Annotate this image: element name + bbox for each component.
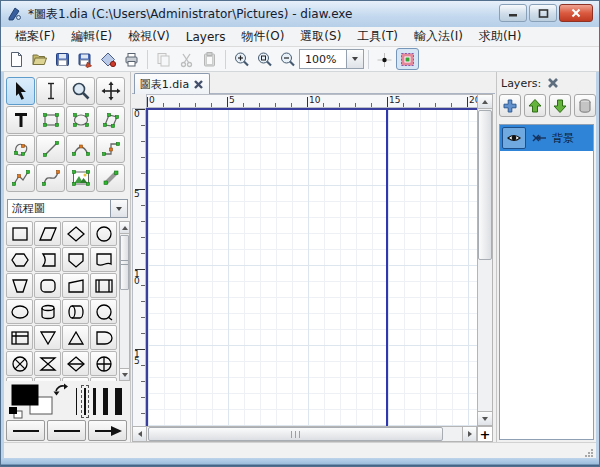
line-style-button[interactable] <box>47 420 86 441</box>
layer-visibility-toggle[interactable] <box>502 127 526 149</box>
tab-close-icon[interactable] <box>193 79 204 90</box>
layer-connectable-icon[interactable] <box>530 130 548 146</box>
tool-polygon[interactable] <box>96 106 125 134</box>
layer-row-background[interactable]: 背景 <box>500 125 593 151</box>
delete-layer-button[interactable] <box>574 94 596 117</box>
tool-ellipse[interactable] <box>66 106 95 134</box>
line-width-2-selected[interactable] <box>84 388 86 415</box>
save-as-button[interactable] <box>74 48 97 70</box>
menu-tools[interactable]: 工具(T) <box>349 26 406 47</box>
shape-clipped[interactable] <box>90 377 117 381</box>
shape-offline-storage[interactable] <box>90 299 117 324</box>
arrow-end-style-button[interactable] <box>88 420 127 441</box>
tab-diagram1[interactable]: 圖表1.dia <box>134 73 210 94</box>
save-button[interactable] <box>51 48 74 70</box>
shape-summing-junction[interactable] <box>6 351 33 376</box>
shape-preparation[interactable] <box>6 247 33 272</box>
pan-button[interactable]: + <box>477 426 493 442</box>
close-button[interactable] <box>559 4 593 22</box>
horizontal-scrollbar[interactable] <box>132 426 477 442</box>
shape-delay[interactable] <box>90 325 117 350</box>
shape-magnetic-drum[interactable] <box>34 299 61 324</box>
shape-merge[interactable] <box>34 325 61 350</box>
zoom-level-dropdown-button[interactable] <box>347 49 364 69</box>
snap-to-objects-toggle[interactable] <box>396 48 419 70</box>
shape-card[interactable] <box>34 247 61 272</box>
shape-sort[interactable] <box>62 351 89 376</box>
shape-manual-input[interactable] <box>62 273 89 298</box>
scroll-up-arrow[interactable] <box>120 222 129 234</box>
open-button[interactable] <box>28 48 51 70</box>
shape-clipped[interactable] <box>6 377 33 381</box>
export-button[interactable] <box>97 48 120 70</box>
menu-file[interactable]: 檔案(F) <box>7 26 63 47</box>
new-button[interactable] <box>5 48 28 70</box>
shape-parallelogram[interactable] <box>34 221 61 246</box>
zoom-out-button[interactable] <box>276 48 299 70</box>
menu-select[interactable]: 選取(S) <box>292 26 349 47</box>
maximize-button[interactable] <box>529 4 557 22</box>
menu-view[interactable]: 檢視(V) <box>120 26 178 47</box>
color-selector[interactable] <box>8 383 68 419</box>
tool-line[interactable] <box>36 135 65 163</box>
shape-predefined-process[interactable] <box>90 273 117 298</box>
tool-text-edit[interactable] <box>36 77 65 105</box>
sheet-selector-dropdown-button[interactable] <box>111 199 128 218</box>
zoom-fit-button[interactable] <box>253 48 276 70</box>
zoom-in-button[interactable] <box>230 48 253 70</box>
line-width-1[interactable] <box>76 388 77 415</box>
scroll-down-arrow[interactable] <box>478 411 492 425</box>
raise-layer-button[interactable] <box>524 94 546 117</box>
shape-display[interactable] <box>62 247 89 272</box>
tool-magnify[interactable] <box>66 77 95 105</box>
shape-box[interactable] <box>6 221 33 246</box>
menu-edit[interactable]: 編輯(E) <box>63 26 120 47</box>
snap-to-grid-toggle[interactable] <box>373 48 396 70</box>
shape-clipped[interactable] <box>62 377 89 381</box>
copy-button[interactable] <box>152 48 175 70</box>
line-width-5[interactable] <box>115 388 122 415</box>
shape-rounded-box[interactable] <box>34 273 61 298</box>
tool-polyline[interactable] <box>6 164 35 192</box>
shape-document[interactable] <box>90 247 117 272</box>
layers-close-icon[interactable] <box>547 77 559 89</box>
shape-manual-operation[interactable] <box>6 273 33 298</box>
menu-help[interactable]: 求助(H) <box>471 26 529 47</box>
tool-bezier-curve[interactable] <box>36 164 65 192</box>
tool-zigzag-line[interactable] <box>96 135 125 163</box>
minimize-button[interactable] <box>499 4 527 22</box>
zoom-level-input[interactable]: 100% <box>299 49 347 69</box>
lower-layer-button[interactable] <box>549 94 571 117</box>
tool-arc[interactable] <box>66 135 95 163</box>
shape-diamond[interactable] <box>62 221 89 246</box>
scrollbar-thumb[interactable] <box>120 235 129 290</box>
line-width-3[interactable] <box>93 388 96 415</box>
tool-text[interactable] <box>6 106 35 134</box>
cut-button[interactable] <box>175 48 198 70</box>
shape-or[interactable] <box>90 351 117 376</box>
resize-grip-icon[interactable] <box>584 448 594 458</box>
shape-ellipse[interactable] <box>90 221 117 246</box>
line-width-selector[interactable] <box>70 383 128 419</box>
sheet-selector[interactable]: 流程圖 <box>7 199 128 218</box>
menu-input-method[interactable]: 輸入法(I) <box>406 26 471 47</box>
line-width-4[interactable] <box>103 388 108 415</box>
shape-terminal[interactable] <box>6 299 33 324</box>
drawing-canvas[interactable] <box>146 108 477 426</box>
menu-layers[interactable]: Layers <box>178 28 234 46</box>
shape-magnetic-disk[interactable] <box>62 299 89 324</box>
tool-box[interactable] <box>36 106 65 134</box>
tool-select[interactable] <box>6 77 35 105</box>
menu-objects[interactable]: 物件(O) <box>234 26 293 47</box>
scroll-up-arrow[interactable] <box>478 95 492 109</box>
scroll-right-arrow[interactable] <box>462 427 476 441</box>
titlebar[interactable]: *圖表1.dia (C:\Users\Administrator\Picture… <box>1 1 599 27</box>
tool-scroll[interactable] <box>96 77 125 105</box>
tool-outline[interactable] <box>96 164 125 192</box>
tool-image[interactable] <box>66 164 95 192</box>
shape-clipped[interactable] <box>34 377 61 381</box>
scrollbar-thumb[interactable] <box>148 427 443 441</box>
print-button[interactable] <box>120 48 143 70</box>
vertical-scrollbar[interactable] <box>477 94 493 426</box>
paste-button[interactable] <box>198 48 221 70</box>
